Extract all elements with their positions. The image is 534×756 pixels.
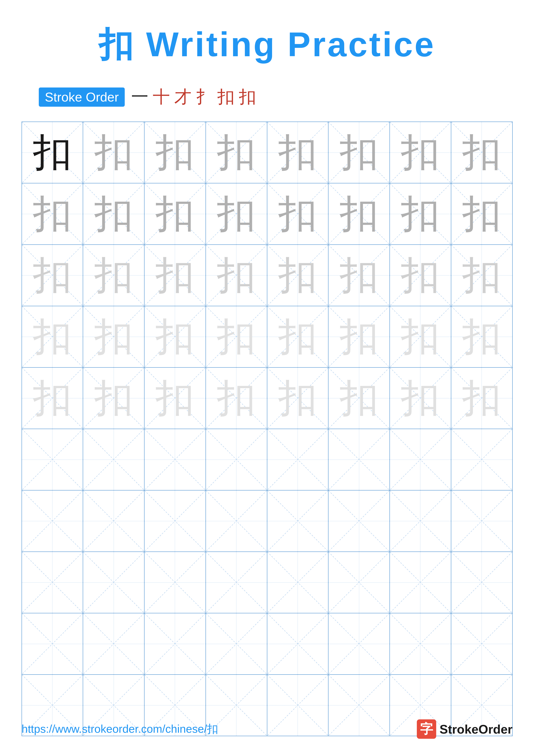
table-cell: 扣 bbox=[267, 245, 328, 306]
table-cell: 扣 bbox=[267, 306, 328, 367]
char-cell: 扣 bbox=[94, 192, 133, 235]
table-cell bbox=[390, 613, 451, 675]
table-cell: 扣 bbox=[328, 183, 390, 245]
table-cell: 扣 bbox=[206, 245, 267, 306]
table-cell: 扣 bbox=[22, 122, 83, 183]
table-cell: 扣 bbox=[22, 367, 83, 429]
table-cell: 扣 bbox=[83, 367, 144, 429]
char-cell: 扣 bbox=[156, 315, 194, 358]
table-cell bbox=[144, 552, 206, 613]
table-cell: 扣 bbox=[206, 122, 267, 183]
table-cell: 扣 bbox=[267, 122, 328, 183]
char-cell: 扣 bbox=[401, 254, 440, 297]
stroke-chars: 一 十 才 扌 扣 扣 bbox=[131, 85, 256, 109]
char-cell: 扣 bbox=[217, 192, 256, 235]
table-cell: 扣 bbox=[328, 367, 390, 429]
stroke-4: 扌 bbox=[196, 85, 213, 109]
table-cell: 扣 bbox=[328, 122, 390, 183]
table-cell: 扣 bbox=[22, 245, 83, 306]
char-cell: 扣 bbox=[278, 131, 317, 174]
table-cell: 扣 bbox=[206, 367, 267, 429]
char-cell: 扣 bbox=[33, 192, 72, 235]
char-cell: 扣 bbox=[462, 315, 501, 358]
table-cell bbox=[206, 429, 267, 490]
table-row: 扣 扣 扣 bbox=[22, 122, 513, 183]
char-cell: 扣 bbox=[340, 131, 378, 174]
char-cell: 扣 bbox=[401, 315, 440, 358]
char-cell: 扣 bbox=[462, 377, 501, 419]
char-cell: 扣 bbox=[156, 254, 194, 297]
table-cell bbox=[328, 490, 390, 552]
table-cell: 扣 bbox=[206, 306, 267, 367]
table-cell bbox=[267, 552, 328, 613]
table-cell: 扣 bbox=[267, 183, 328, 245]
table-cell bbox=[22, 490, 83, 552]
table-cell: 扣 bbox=[144, 245, 206, 306]
char-cell: 扣 bbox=[217, 315, 256, 358]
table-cell bbox=[22, 429, 83, 490]
char-cell: 扣 bbox=[462, 192, 501, 235]
table-cell bbox=[267, 613, 328, 675]
table-cell: 扣 bbox=[144, 306, 206, 367]
table-cell: 扣 bbox=[390, 306, 451, 367]
table-cell: 扣 bbox=[83, 122, 144, 183]
table-cell bbox=[328, 552, 390, 613]
char-cell: 扣 bbox=[401, 192, 440, 235]
table-cell bbox=[206, 552, 267, 613]
char-cell: 扣 bbox=[340, 315, 378, 358]
stroke-2: 十 bbox=[153, 85, 170, 109]
table-cell: 扣 bbox=[267, 367, 328, 429]
table-cell: 扣 bbox=[390, 122, 451, 183]
char-cell: 扣 bbox=[340, 254, 378, 297]
page: 扣 Writing Practice Stroke Order 一 十 才 扌 … bbox=[0, 0, 534, 756]
table-cell bbox=[267, 490, 328, 552]
table-cell: 扣 bbox=[83, 183, 144, 245]
stroke-5: 扣 bbox=[217, 85, 235, 109]
table-cell bbox=[83, 490, 144, 552]
char-cell: 扣 bbox=[401, 131, 440, 174]
practice-grid: 扣 扣 扣 bbox=[21, 122, 513, 736]
table-cell bbox=[328, 613, 390, 675]
char-cell: 扣 bbox=[156, 377, 194, 419]
table-cell: 扣 bbox=[83, 245, 144, 306]
table-cell bbox=[83, 429, 144, 490]
table-row: 扣 扣 扣 bbox=[22, 306, 513, 367]
table-cell: 扣 bbox=[22, 183, 83, 245]
table-cell: 扣 bbox=[390, 367, 451, 429]
table-cell: 扣 bbox=[451, 367, 513, 429]
table-cell bbox=[451, 490, 513, 552]
table-cell: 扣 bbox=[390, 245, 451, 306]
table-cell bbox=[144, 490, 206, 552]
footer-logo: 字 StrokeOrder bbox=[417, 719, 513, 739]
table-cell bbox=[144, 613, 206, 675]
page-title: 扣 Writing Practice bbox=[99, 21, 436, 68]
logo-icon: 字 bbox=[417, 719, 436, 739]
table-cell: 扣 bbox=[451, 183, 513, 245]
table-row bbox=[22, 613, 513, 675]
stroke-1: 一 bbox=[131, 85, 148, 109]
table-cell: 扣 bbox=[451, 306, 513, 367]
char-cell: 扣 bbox=[278, 315, 317, 358]
char-cell: 扣 bbox=[278, 192, 317, 235]
char-cell: 扣 bbox=[278, 254, 317, 297]
table-cell: 扣 bbox=[144, 367, 206, 429]
table-row bbox=[22, 429, 513, 490]
table-cell: 扣 bbox=[451, 122, 513, 183]
char-cell: 扣 bbox=[94, 131, 133, 174]
table-cell: 扣 bbox=[206, 183, 267, 245]
table-cell: 扣 bbox=[328, 245, 390, 306]
stroke-order-label: Stroke Order bbox=[39, 88, 125, 107]
char-cell: 扣 bbox=[278, 377, 317, 419]
table-cell: 扣 bbox=[83, 306, 144, 367]
char-cell: 扣 bbox=[340, 377, 378, 419]
char-cell: 扣 bbox=[217, 254, 256, 297]
char-cell: 扣 bbox=[33, 315, 72, 358]
table-cell bbox=[22, 613, 83, 675]
stroke-order-row: Stroke Order 一 十 才 扌 扣 扣 bbox=[39, 85, 256, 109]
table-cell bbox=[390, 552, 451, 613]
char-cell: 扣 bbox=[462, 131, 501, 174]
table-cell bbox=[390, 429, 451, 490]
table-cell: 扣 bbox=[144, 183, 206, 245]
table-cell bbox=[206, 490, 267, 552]
table-cell: 扣 bbox=[390, 183, 451, 245]
